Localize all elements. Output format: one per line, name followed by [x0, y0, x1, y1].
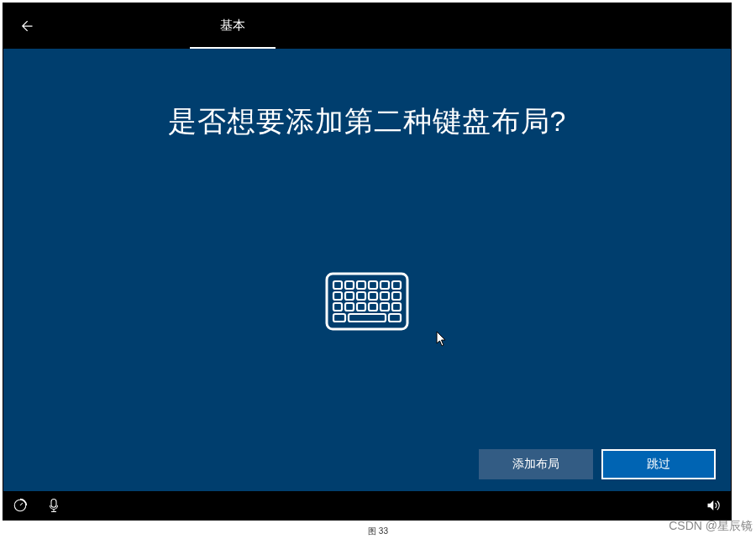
svg-rect-20: [349, 314, 386, 322]
svg-rect-3: [357, 281, 365, 289]
content-area: 是否想要添加第二种键盘布局?: [3, 49, 731, 451]
button-label: 添加布局: [512, 457, 559, 472]
svg-rect-11: [381, 292, 389, 300]
back-arrow-icon: [18, 18, 34, 34]
volume-icon: [706, 498, 722, 513]
back-button[interactable]: [3, 3, 49, 49]
ime-button[interactable]: [37, 491, 71, 520]
button-label: 跳过: [647, 457, 670, 472]
bottom-bar: [3, 491, 731, 520]
ime-icon: [47, 498, 60, 513]
svg-rect-8: [345, 292, 354, 300]
svg-rect-13: [333, 303, 342, 311]
svg-rect-12: [392, 292, 401, 300]
svg-rect-6: [392, 281, 401, 289]
button-row: 添加布局 跳过: [479, 449, 716, 479]
svg-rect-18: [392, 303, 401, 311]
watermark-text: CSDN @星辰镜: [669, 519, 753, 534]
tab-basic[interactable]: 基本: [190, 3, 276, 49]
page-title: 是否想要添加第二种键盘布局?: [168, 102, 567, 141]
svg-rect-23: [51, 500, 56, 508]
svg-rect-21: [389, 314, 401, 322]
svg-rect-1: [333, 281, 342, 289]
svg-rect-7: [333, 292, 342, 300]
tab-bar: 基本: [190, 3, 276, 49]
svg-rect-16: [369, 303, 377, 311]
figure-caption: 图 33: [368, 526, 388, 537]
svg-rect-14: [345, 303, 354, 311]
skip-button[interactable]: 跳过: [601, 449, 716, 479]
volume-button[interactable]: [697, 491, 731, 520]
svg-rect-2: [345, 281, 354, 289]
svg-rect-4: [369, 281, 377, 289]
ease-of-access-button[interactable]: [3, 491, 37, 520]
svg-rect-10: [369, 292, 377, 300]
keyboard-icon: [325, 272, 409, 331]
svg-rect-19: [333, 314, 345, 322]
oobe-screen: 基本 是否想要添加第二种键盘布局?: [3, 3, 732, 521]
svg-rect-9: [357, 292, 365, 300]
top-bar: 基本: [3, 3, 731, 49]
svg-rect-5: [381, 281, 389, 289]
ease-of-access-icon: [13, 498, 28, 513]
svg-rect-17: [381, 303, 389, 311]
tab-label: 基本: [220, 18, 245, 34]
svg-rect-15: [357, 303, 365, 311]
add-layout-button[interactable]: 添加布局: [479, 449, 593, 479]
